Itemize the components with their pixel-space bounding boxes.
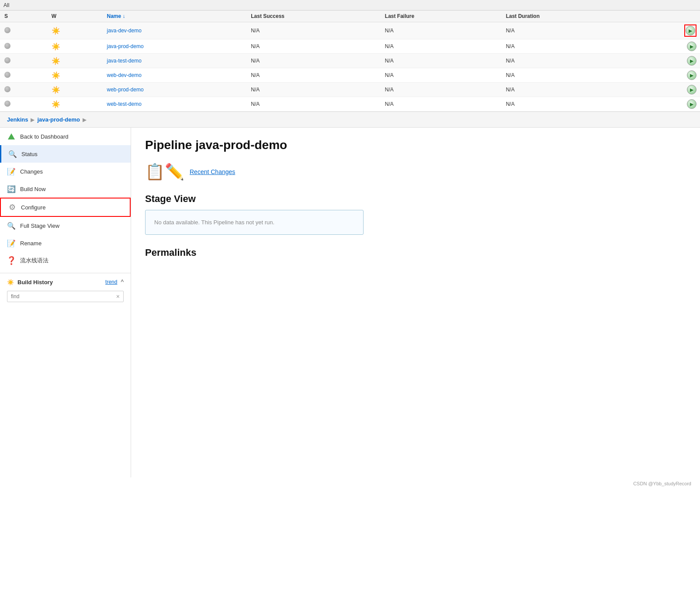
schedule-build-button[interactable]: ▶ <box>687 42 697 51</box>
last-duration-cell: N/A <box>502 68 637 83</box>
name-cell: web-dev-demo <box>103 68 247 83</box>
schedule-cell: ▶ <box>636 68 700 83</box>
job-name-link[interactable]: web-prod-demo <box>107 87 144 93</box>
table-row: ☀️web-test-demoN/AN/AN/A▶ <box>0 97 700 111</box>
weather-cell: ☀️ <box>47 22 103 39</box>
name-cell: web-prod-demo <box>103 83 247 97</box>
schedule-build-button[interactable]: ▶ <box>687 70 697 80</box>
col-name[interactable]: Name ↓ <box>103 10 247 22</box>
all-tab[interactable]: All <box>3 2 9 8</box>
page-footer: CSDN @Ybb_studyRecord <box>0 477 700 490</box>
find-input-wrap: × <box>7 291 124 302</box>
jobs-table: S W Name ↓ Last Success Last Failure Las… <box>0 10 700 111</box>
status-icon <box>4 86 10 92</box>
last-duration-cell: N/A <box>502 97 637 111</box>
sidebar-item-build-now[interactable]: 🔄 Build Now <box>0 180 131 198</box>
weather-cell: ☀️ <box>47 97 103 111</box>
schedule-build-button[interactable]: ▶ <box>687 56 697 66</box>
trend-link[interactable]: trend <box>105 279 117 285</box>
build-history-controls: trend ^ <box>105 279 124 286</box>
col-last-success: Last Success <box>246 10 381 22</box>
last-failure-cell: N/A <box>381 97 502 111</box>
name-cell: java-test-demo <box>103 54 247 68</box>
job-name-link[interactable]: web-test-demo <box>107 101 142 107</box>
weather-cell: ☀️ <box>47 39 103 54</box>
sidebar-item-back-to-dashboard[interactable]: Back to Dashboard <box>0 128 131 145</box>
main-layout: Back to Dashboard 🔍 Status 📝 Changes 🔄 B… <box>0 128 700 477</box>
status-cell <box>0 54 47 68</box>
schedule-build-button[interactable]: ▶ <box>687 99 697 109</box>
last-duration-cell: N/A <box>502 39 637 54</box>
stage-view-title: Stage View <box>145 193 686 205</box>
last-failure-cell: N/A <box>381 83 502 97</box>
sidebar-status-label: Status <box>21 151 38 157</box>
notepad-icon-changes: 📝 <box>7 167 16 176</box>
sidebar-build-now-label: Build Now <box>20 186 46 192</box>
schedule-cell: ▶ <box>636 54 700 68</box>
weather-cell: ☀️ <box>47 83 103 97</box>
schedule-build-button[interactable]: ▶ <box>686 26 695 35</box>
breadcrumb-java-prod-demo[interactable]: java-prod-demo <box>37 116 80 123</box>
col-s: S <box>0 10 47 22</box>
last-failure-cell: N/A <box>381 68 502 83</box>
find-clear-icon[interactable]: × <box>113 291 123 302</box>
status-cell <box>0 39 47 54</box>
sidebar: Back to Dashboard 🔍 Status 📝 Changes 🔄 B… <box>0 128 131 477</box>
status-cell <box>0 97 47 111</box>
schedule-cell: ▶ <box>636 97 700 111</box>
build-history-title: ☀️ Build History <box>7 279 53 286</box>
weather-icon: ☀️ <box>52 86 60 94</box>
table-row: ☀️java-prod-demoN/AN/AN/A▶ <box>0 39 700 54</box>
last-success-cell: N/A <box>246 54 381 68</box>
weather-cell: ☀️ <box>47 68 103 83</box>
schedule-build-button[interactable]: ▶ <box>687 85 697 94</box>
gear-icon: ⚙ <box>8 203 17 212</box>
sidebar-configure-label: Configure <box>21 204 45 211</box>
table-row: ☀️java-test-demoN/AN/AN/A▶ <box>0 54 700 68</box>
last-failure-cell: N/A <box>381 39 502 54</box>
job-name-link[interactable]: web-dev-demo <box>107 72 142 78</box>
weather-icon: ☀️ <box>52 27 60 35</box>
breadcrumb-sep-1: ▶ <box>31 117 35 123</box>
col-actions <box>636 10 700 22</box>
sidebar-full-stage-label: Full Stage View <box>20 223 59 229</box>
sidebar-item-changes[interactable]: 📝 Changes <box>0 163 131 180</box>
weather-cell: ☀️ <box>47 54 103 68</box>
build-history-label: Build History <box>17 279 53 286</box>
name-cell: java-prod-demo <box>103 39 247 54</box>
recent-changes-link[interactable]: Recent Changes <box>190 168 235 175</box>
help-icon: ❓ <box>7 256 16 265</box>
find-input[interactable] <box>7 291 113 302</box>
sidebar-item-full-stage-view[interactable]: 🔍 Full Stage View <box>0 217 131 234</box>
last-failure-cell: N/A <box>381 22 502 39</box>
schedule-cell: ▶ <box>636 83 700 97</box>
breadcrumb-sep-2: ▶ <box>83 117 87 123</box>
job-name-link[interactable]: java-dev-demo <box>107 28 142 34</box>
status-icon <box>4 27 10 33</box>
page-title: Pipeline java-prod-demo <box>145 138 686 152</box>
weather-icon: ☀️ <box>52 72 60 79</box>
col-last-failure: Last Failure <box>381 10 502 22</box>
tab-bar: All <box>0 0 700 10</box>
sidebar-item-rename[interactable]: 📝 Rename <box>0 234 131 252</box>
recent-changes-icon: 📋✏️ <box>145 163 184 181</box>
sidebar-item-pipeline-syntax[interactable]: ❓ 流水线语法 <box>0 252 131 269</box>
footer-credit: CSDN @Ybb_studyRecord <box>633 481 691 486</box>
arrow-up-icon <box>7 132 16 141</box>
last-duration-cell: N/A <box>502 54 637 68</box>
sidebar-item-status[interactable]: 🔍 Status <box>0 145 131 163</box>
last-duration-cell: N/A <box>502 22 637 39</box>
sidebar-item-configure[interactable]: ⚙ Configure <box>0 198 131 217</box>
job-name-link[interactable]: java-test-demo <box>107 58 142 64</box>
top-table-section: All S W Name ↓ Last Success Last Failure… <box>0 0 700 112</box>
main-content: Pipeline java-prod-demo 📋✏️ Recent Chang… <box>131 128 700 477</box>
sidebar-rename-label: Rename <box>20 240 42 247</box>
table-header-row: S W Name ↓ Last Success Last Failure Las… <box>0 10 700 22</box>
job-name-link[interactable]: java-prod-demo <box>107 43 144 49</box>
chevron-up-icon[interactable]: ^ <box>121 279 124 286</box>
table-row: ☀️web-prod-demoN/AN/AN/A▶ <box>0 83 700 97</box>
last-failure-cell: N/A <box>381 54 502 68</box>
status-cell <box>0 22 47 39</box>
breadcrumb-jenkins[interactable]: Jenkins <box>7 116 28 123</box>
last-success-cell: N/A <box>246 22 381 39</box>
